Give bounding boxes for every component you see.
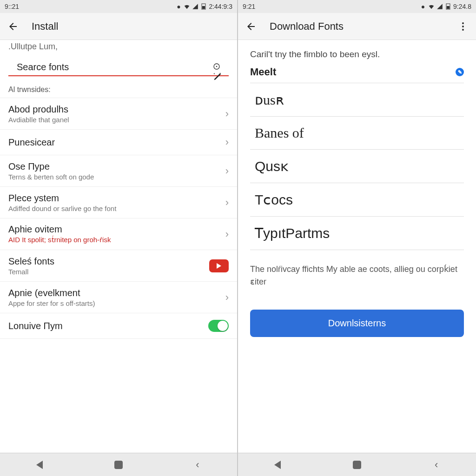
list-sub: Temall bbox=[8, 268, 209, 276]
list-title: Seleś fonts bbox=[8, 256, 209, 267]
app-bar: Install bbox=[0, 13, 237, 40]
chevron-right-icon: › bbox=[225, 136, 229, 148]
status-clock: 9:24.8 bbox=[453, 3, 471, 10]
list-sub: AID It spolit; st́rnitep on groh-ṙisk bbox=[8, 236, 225, 244]
font-option[interactable]: Banes of bbox=[250, 116, 464, 149]
signal-icon bbox=[436, 3, 443, 10]
globe-icon: ● bbox=[175, 3, 182, 10]
phone-screen-download: 9:21 ● 9:24.8 Download Fonts Caril't tny… bbox=[238, 0, 476, 476]
list-item[interactable]: Plece ystem Adiffed dound or sarlive go … bbox=[0, 187, 237, 218]
battery-icon bbox=[445, 3, 451, 10]
chevron-right-icon: › bbox=[225, 197, 229, 209]
content-area: Caril't tny the fimblo to been eysl. Mee… bbox=[238, 40, 476, 453]
list-title: Abod produlhs bbox=[8, 104, 225, 115]
list-item-video[interactable]: Seleś fonts Temall bbox=[0, 250, 237, 282]
chevron-right-icon: › bbox=[225, 165, 229, 177]
font-option[interactable]: Tᴄocs bbox=[250, 183, 464, 216]
status-time: 9:21 bbox=[243, 3, 255, 10]
list-sub: Terns & berten soft on gode bbox=[8, 173, 225, 181]
nav-recent-icon[interactable]: ‹ bbox=[430, 458, 443, 472]
list-title: Apnie (evelkment bbox=[8, 288, 225, 298]
section-label: Al trwnsides: bbox=[0, 80, 237, 98]
list-title: Ose Пype bbox=[8, 161, 225, 172]
globe-icon: ● bbox=[420, 3, 426, 10]
wifi-icon bbox=[428, 3, 435, 10]
back-icon[interactable] bbox=[7, 21, 19, 32]
signal-icon bbox=[192, 3, 198, 10]
search-icon-wrap bbox=[213, 63, 220, 72]
font-option[interactable]: ᴅusʀ bbox=[250, 83, 464, 116]
toggle-switch[interactable] bbox=[208, 320, 229, 332]
status-time: 9::21 bbox=[5, 3, 19, 10]
svg-point-3 bbox=[216, 66, 218, 67]
nav-home-icon[interactable] bbox=[350, 458, 364, 472]
cutoff-row: .Ullutpe Lum, bbox=[0, 40, 237, 56]
preview-text: Meelt bbox=[250, 66, 276, 78]
search-label: Searce fonts bbox=[17, 62, 69, 73]
list-sub: Appe for ster for s off-starts) bbox=[8, 299, 225, 307]
list-sub: Avdiablle that ganel bbox=[8, 116, 225, 124]
chevron-right-icon: › bbox=[225, 228, 229, 240]
list-sub: Adiffed dound or sarlive go the font bbox=[8, 205, 225, 212]
target-icon bbox=[213, 63, 220, 70]
font-option[interactable]: ꓔypıtPartms bbox=[250, 216, 464, 250]
font-list: ᴅusʀ Banes of Qusᴋ Tᴄocs ꓔypıtPartms bbox=[250, 83, 464, 250]
list-item[interactable]: Apnie (evelkment Appe for ster for s off… bbox=[0, 282, 237, 313]
download-button[interactable]: Downlsisterns bbox=[250, 310, 464, 337]
status-bar: 9:21 ● 9:24.8 bbox=[238, 0, 476, 13]
font-option[interactable]: Qusᴋ bbox=[250, 149, 464, 183]
nav-bar: ‹ bbox=[238, 453, 476, 476]
content-area: .Ullutpe Lum, Searce fonts Al trwnsides:… bbox=[0, 40, 237, 453]
app-bar: Download Fonts bbox=[238, 13, 476, 40]
list-title: Aphie ovitem bbox=[8, 224, 225, 235]
status-right: ● 2:44:9:3 bbox=[175, 3, 232, 10]
list-title: Plece ystem bbox=[8, 193, 225, 204]
svg-rect-5 bbox=[447, 6, 450, 9]
list-item[interactable]: Ose Пype Terns & berten soft on gode › bbox=[0, 155, 237, 187]
svg-rect-1 bbox=[202, 6, 205, 9]
edit-icon[interactable]: ✎ bbox=[456, 68, 464, 76]
phone-screen-install: 9::21 ● 2:44:9:3 Install .Ullutpe Lum, S… bbox=[0, 0, 238, 476]
list-item[interactable]: Abod produlhs Avdiablle that ganel › bbox=[0, 98, 237, 130]
search-row[interactable]: Searce fonts bbox=[8, 56, 229, 76]
list-title: Punesicear bbox=[8, 137, 225, 148]
nav-bar: ‹ bbox=[0, 453, 237, 476]
nav-recent-icon[interactable]: ‹ bbox=[191, 458, 205, 472]
nav-home-icon[interactable] bbox=[112, 458, 126, 472]
arrow-diag-icon bbox=[212, 71, 222, 81]
chevron-right-icon: › bbox=[225, 291, 229, 304]
footer-text: The nolŕivcay ffichts My able ae coots, … bbox=[238, 250, 476, 301]
status-bar: 9::21 ● 2:44:9:3 bbox=[0, 0, 237, 13]
battery-icon bbox=[200, 3, 207, 10]
back-icon[interactable] bbox=[245, 21, 257, 32]
list-item-toggle[interactable]: Lonuive Пym bbox=[0, 313, 237, 339]
preview-label: Meelt ✎ bbox=[238, 64, 476, 80]
more-icon[interactable] bbox=[457, 21, 469, 32]
list-item[interactable]: Punesicear › bbox=[0, 130, 237, 155]
status-clock: 2:44:9:3 bbox=[209, 3, 232, 10]
nav-back-icon[interactable] bbox=[271, 458, 284, 472]
chevron-right-icon: › bbox=[225, 108, 229, 120]
page-title: Install bbox=[32, 20, 230, 33]
intro-text: Caril't tny the fimblo to been eysl. bbox=[238, 40, 476, 64]
list-item[interactable]: Aphie ovitem AID It spolit; st́rnitep on… bbox=[0, 218, 237, 250]
nav-back-icon[interactable] bbox=[33, 458, 46, 472]
wifi-icon bbox=[184, 3, 190, 10]
list-title: Lonuive Пym bbox=[8, 321, 208, 331]
page-title: Download Fonts bbox=[270, 20, 457, 33]
youtube-icon[interactable] bbox=[209, 259, 229, 272]
status-right: ● 9:24.8 bbox=[420, 3, 471, 10]
